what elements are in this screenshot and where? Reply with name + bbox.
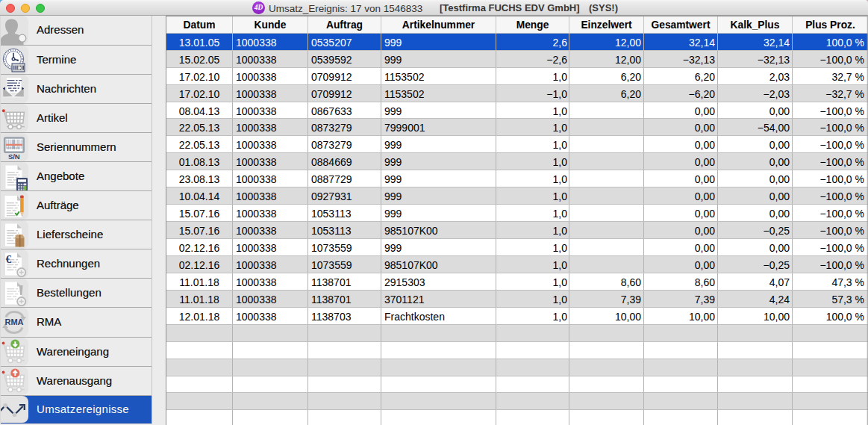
svg-text:S/N: S/N	[8, 152, 20, 161]
svg-text:RMA: RMA	[4, 317, 23, 326]
svg-text:€: €	[6, 252, 12, 264]
